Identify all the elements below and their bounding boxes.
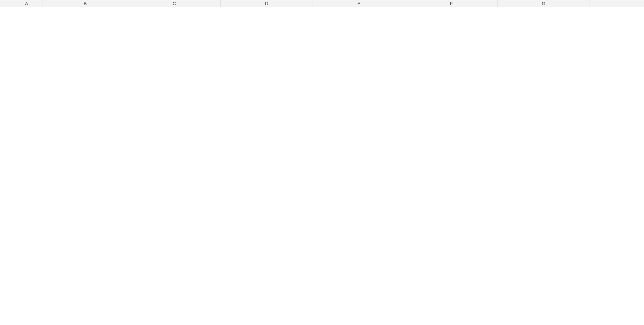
col-B[interactable]: B: [42, 0, 128, 7]
col-F[interactable]: F: [405, 0, 498, 7]
col-A[interactable]: A: [11, 0, 42, 7]
col-G[interactable]: G: [498, 0, 590, 7]
column-headers: A B C D E F G: [0, 0, 644, 7]
spreadsheet: A B C D E F G 1 2 3 4 5 6 7 8 9 10 11 12…: [0, 0, 644, 7]
col-E[interactable]: E: [313, 0, 405, 7]
col-D[interactable]: D: [221, 0, 313, 7]
col-C[interactable]: C: [128, 0, 221, 7]
col-corner[interactable]: [0, 0, 11, 7]
